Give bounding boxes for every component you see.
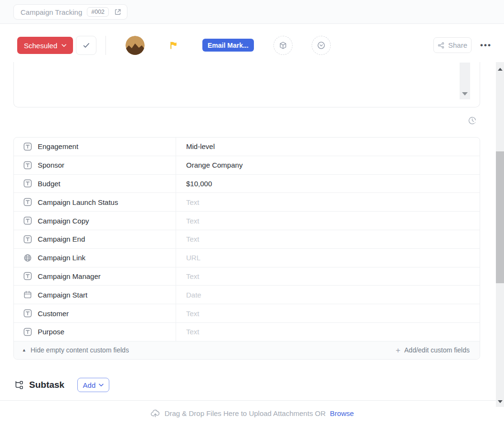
task-view: Campaign Tracking #002 Schesuled [0, 0, 504, 426]
hide-empty-fields-toggle[interactable]: ▲ Hide empty content custom fields [22, 346, 129, 354]
field-value-cell[interactable]: Text [176, 193, 480, 211]
field-label-cell[interactable]: Budget [14, 175, 176, 193]
triangle-up-icon: ▲ [22, 348, 26, 352]
text-field-icon [23, 309, 32, 318]
share-label: Share [448, 41, 467, 49]
tag-label: Email Mark... [208, 42, 249, 49]
field-row[interactable]: Budget$10,000 [14, 175, 480, 193]
field-label-cell[interactable]: Campaign Copy [14, 212, 176, 230]
page-scrollbar[interactable] [496, 62, 504, 407]
field-label-cell[interactable]: Engagement [14, 138, 176, 156]
field-value-placeholder: Text [186, 217, 200, 225]
dependencies-button[interactable] [273, 36, 293, 55]
task-id-badge[interactable]: #002 [87, 7, 109, 17]
field-label-cell[interactable]: Purpose [14, 323, 176, 341]
status-label: Schesuled [24, 42, 57, 50]
text-field-icon [23, 328, 32, 336]
breadcrumb[interactable]: Campaign Tracking #002 [13, 4, 127, 20]
field-row[interactable]: Campaign EndText [14, 230, 480, 249]
more-ellipsis-icon[interactable]: ••• [478, 37, 494, 53]
add-edit-fields-label: Add/edit custom fields [404, 346, 470, 354]
chevron-circle-icon [317, 41, 326, 50]
field-value-placeholder: Text [186, 235, 200, 243]
field-value-cell[interactable]: Text [176, 323, 480, 341]
text-field-icon [23, 142, 32, 151]
field-value-placeholder: URL [186, 254, 200, 262]
chevron-down-icon [99, 383, 104, 387]
field-label: Campaign Copy [38, 217, 89, 225]
field-value-placeholder: Text [186, 198, 200, 206]
field-value-cell[interactable]: URL [176, 249, 480, 267]
open-in-new-icon[interactable] [114, 8, 122, 16]
add-edit-fields-button[interactable]: + Add/edit custom fields [396, 346, 470, 354]
task-toolbar: Schesuled Email Mark... [0, 24, 504, 62]
clock-history-icon[interactable] [466, 115, 478, 126]
field-label: Budget [38, 180, 61, 188]
field-label: Campaign Start [38, 291, 87, 299]
text-field-icon [23, 198, 32, 206]
field-value-cell[interactable]: Mid-level [176, 138, 480, 156]
task-status-circle-button[interactable] [312, 36, 331, 55]
field-label: Engagement [38, 142, 78, 150]
plus-icon: + [396, 346, 400, 354]
field-label: Campaign Manager [38, 272, 101, 280]
text-field-icon [23, 161, 32, 170]
field-value-cell[interactable]: Text [176, 267, 480, 286]
attachments-drop-zone[interactable]: Drag & Drop Files Here to Upload Attachm… [0, 400, 504, 426]
share-button[interactable]: Share [433, 37, 472, 53]
scroll-down-arrow-icon[interactable] [462, 92, 468, 96]
field-row[interactable]: EngagementMid-level [14, 138, 480, 156]
checkmark-icon [82, 41, 91, 50]
field-value-cell[interactable]: Text [176, 230, 480, 248]
tag-email-marketing[interactable]: Email Mark... [202, 39, 254, 52]
field-row[interactable]: Campaign CopyText [14, 212, 480, 230]
field-label-cell[interactable]: Campaign Link [14, 249, 176, 267]
field-label-cell[interactable]: Campaign End [14, 230, 176, 248]
top-bar: Campaign Tracking #002 [0, 0, 504, 24]
field-row[interactable]: Campaign StartDate [14, 286, 480, 304]
field-label: Campaign Launch Status [38, 198, 118, 206]
field-row[interactable]: CustomerText [14, 304, 480, 323]
cube-icon [279, 41, 287, 50]
field-value-cell[interactable]: $10,000 [176, 175, 480, 193]
text-field-icon [23, 235, 32, 244]
field-value-cell[interactable]: Text [176, 212, 480, 230]
priority-flag-icon[interactable] [168, 40, 179, 51]
field-row[interactable]: SponsorOrange Company [14, 156, 480, 175]
field-label-cell[interactable]: Campaign Manager [14, 267, 176, 286]
description-box[interactable] [13, 62, 480, 107]
text-field-icon [23, 179, 32, 188]
description-scrollbar[interactable] [460, 63, 470, 99]
field-label: Customer [38, 309, 69, 318]
field-row[interactable]: Campaign Launch StatusText [14, 193, 480, 212]
scroll-down-arrow-icon[interactable] [498, 400, 503, 403]
field-value-cell[interactable]: Text [176, 304, 480, 322]
field-label-cell[interactable]: Campaign Launch Status [14, 193, 176, 211]
field-row[interactable]: Campaign ManagerText [14, 267, 480, 286]
cloud-upload-icon [150, 408, 160, 418]
custom-fields-rows: EngagementMid-levelSponsorOrange Company… [14, 138, 480, 341]
field-label-cell[interactable]: Customer [14, 304, 176, 322]
custom-fields-table: EngagementMid-levelSponsorOrange Company… [13, 137, 480, 360]
date-field-icon [23, 290, 32, 299]
status-button[interactable]: Schesuled [17, 37, 73, 54]
complete-task-button[interactable] [76, 36, 96, 55]
subtask-title: Subtask [29, 380, 64, 390]
breadcrumb-list-name[interactable]: Campaign Tracking [21, 8, 82, 16]
assignee-avatar[interactable] [126, 36, 145, 55]
text-field-icon [23, 216, 32, 225]
chevron-down-icon [62, 44, 66, 47]
add-subtask-button[interactable]: Add [77, 378, 109, 392]
field-row[interactable]: PurposeText [14, 323, 480, 341]
field-value-cell[interactable]: Date [176, 286, 480, 304]
scrollbar-thumb[interactable] [496, 151, 504, 283]
browse-link[interactable]: Browse [330, 409, 354, 417]
field-label-cell[interactable]: Sponsor [14, 156, 176, 174]
field-label: Campaign Link [38, 254, 85, 262]
field-row[interactable]: Campaign LinkURL [14, 249, 480, 267]
field-value-cell[interactable]: Orange Company [176, 156, 480, 174]
custom-fields-footer: ▲ Hide empty content custom fields + Add… [14, 341, 480, 359]
field-value: $10,000 [186, 180, 212, 188]
field-label-cell[interactable]: Campaign Start [14, 286, 176, 304]
scroll-up-arrow-icon[interactable] [498, 68, 503, 71]
